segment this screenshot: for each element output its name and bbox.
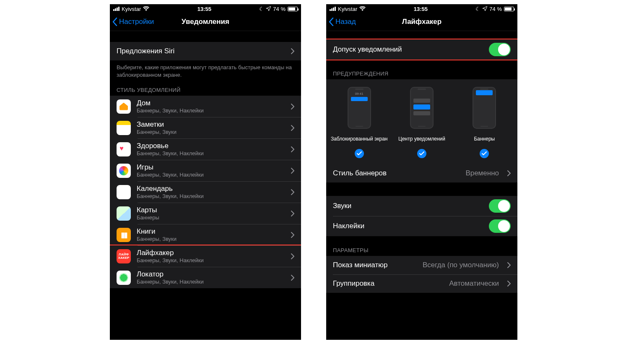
- nc-label: Центр уведомлений: [398, 133, 445, 145]
- app-icon: [117, 206, 131, 221]
- app-icon: [117, 228, 131, 242]
- battery-icon: [288, 7, 298, 11]
- options-header: ПАРАМЕТРЫ: [326, 236, 517, 256]
- lockscreen-label: Заблокированный экран: [331, 133, 388, 145]
- wifi-icon: [143, 6, 149, 12]
- allow-notifications-row[interactable]: Допуск уведомлений: [326, 39, 517, 60]
- app-name: Здоровье: [137, 142, 285, 150]
- banners-label: Баннеры: [474, 133, 495, 145]
- chevron-right-icon: [291, 232, 294, 238]
- badges-row[interactable]: Наклейки: [326, 216, 517, 236]
- signal-icon: [330, 7, 336, 11]
- back-button[interactable]: Назад: [326, 18, 356, 26]
- check-icon[interactable]: [417, 149, 426, 158]
- app-sub: Баннеры, Звуки, Наклейки: [137, 107, 285, 114]
- app-sub: Баннеры, Звуки, Наклейки: [137, 257, 285, 263]
- preview-lockscreen[interactable]: 09:41 Заблокированный экран: [328, 87, 390, 158]
- wifi-icon: [359, 6, 366, 12]
- sounds-row[interactable]: Звуки: [326, 196, 517, 216]
- app-row-локатор[interactable]: ЛокаторБаннеры, Звуки, Наклейки: [110, 267, 301, 288]
- app-sub: Баннеры, Звуки, Наклейки: [137, 193, 285, 199]
- chevron-right-icon: [507, 170, 511, 176]
- chevron-right-icon: [291, 253, 294, 259]
- siri-footer: Выберите, какие приложения могут предлаг…: [110, 60, 301, 81]
- siri-suggestions-row[interactable]: Предложения Siri: [110, 42, 301, 60]
- app-row-здоровье[interactable]: ЗдоровьеБаннеры, Звуки, Наклейки: [110, 138, 301, 160]
- chevron-right-icon: [291, 275, 294, 281]
- app-sub: Баннеры: [137, 214, 285, 221]
- chevron-right-icon: [507, 281, 511, 287]
- nav-bar: Назад Лайфхакер: [326, 13, 517, 31]
- app-row-дом[interactable]: ДомБаннеры, Звуки, Наклейки: [110, 96, 301, 117]
- phone-right: Kyivstar 13:55 ☾ 74 % Назад Лайфхакер До…: [326, 4, 517, 340]
- sounds-toggle[interactable]: [489, 199, 511, 213]
- banner-style-value: Временно: [465, 169, 499, 177]
- app-name: Лайфхакер: [137, 249, 285, 257]
- grouping-label: Группировка: [333, 279, 443, 288]
- badges-label: Наклейки: [333, 222, 483, 230]
- style-header: СТИЛЬ УВЕДОМЛЕНИЙ: [110, 81, 301, 96]
- battery-percent: 74 %: [273, 6, 286, 12]
- app-sub: Баннеры, Звуки: [137, 129, 285, 135]
- app-sub: Баннеры, Звуки: [137, 236, 285, 242]
- chevron-right-icon: [291, 104, 294, 109]
- battery-icon: [504, 7, 514, 11]
- app-row-заметки[interactable]: ЗаметкиБаннеры, Звуки: [110, 117, 301, 138]
- banner-style-row[interactable]: Стиль баннеров Временно: [326, 164, 517, 182]
- app-icon: [117, 99, 131, 114]
- chevron-right-icon: [291, 125, 294, 131]
- location-icon: [483, 6, 487, 12]
- app-row-лайфхакер[interactable]: ЛАЙФ ХАКЕРЛайфхакерБаннеры, Звуки, Накле…: [110, 245, 301, 267]
- app-icon: [117, 271, 131, 285]
- app-row-календарь[interactable]: КалендарьБаннеры, Звуки, Наклейки: [110, 181, 301, 203]
- status-bar: Kyivstar 13:55 ☾ 74 %: [110, 4, 301, 13]
- nav-bar: Настройки Уведомления: [110, 13, 301, 31]
- app-name: Дом: [137, 99, 285, 107]
- alert-style-previews: 09:41 Заблокированный экран Центр уведом…: [326, 79, 517, 164]
- back-label: Настройки: [119, 18, 154, 26]
- grouping-row[interactable]: Группировка Автоматически: [326, 274, 517, 293]
- battery-percent: 74 %: [489, 6, 502, 12]
- app-name: Книги: [137, 227, 285, 236]
- app-sub: Баннеры, Звуки, Наклейки: [137, 150, 285, 156]
- allow-notifications-toggle[interactable]: [489, 43, 511, 56]
- chevron-right-icon: [507, 262, 511, 268]
- moon-icon: ☾: [259, 6, 264, 12]
- signal-icon: [113, 7, 119, 11]
- status-bar: Kyivstar 13:55 ☾ 74 %: [326, 4, 517, 13]
- preview-notification-center[interactable]: Центр уведомлений: [391, 87, 453, 158]
- previews-value: Всегда (по умолчанию): [423, 261, 499, 269]
- previews-label: Показ миниатюр: [333, 261, 417, 269]
- back-label: Назад: [335, 18, 356, 26]
- app-icon: [117, 121, 131, 135]
- chevron-right-icon: [291, 168, 294, 174]
- preview-time: 09:41: [348, 92, 370, 96]
- allow-label: Допуск уведомлений: [333, 45, 483, 54]
- app-sub: Баннеры, Звуки, Наклейки: [137, 172, 285, 178]
- app-icon: ЛАЙФ ХАКЕР: [117, 249, 131, 263]
- status-time: 13:55: [414, 6, 428, 12]
- chevron-right-icon: [291, 211, 294, 216]
- moon-icon: ☾: [475, 6, 480, 12]
- check-icon[interactable]: [355, 149, 364, 158]
- status-time: 13:55: [197, 6, 211, 12]
- app-name: Игры: [137, 163, 285, 172]
- app-row-игры[interactable]: ИгрыБаннеры, Звуки, Наклейки: [110, 160, 301, 181]
- carrier-label: Kyivstar: [122, 6, 141, 12]
- grouping-value: Автоматически: [449, 279, 499, 288]
- badges-toggle[interactable]: [489, 219, 511, 233]
- carrier-label: Kyivstar: [338, 6, 357, 12]
- chevron-right-icon: [291, 146, 294, 152]
- app-row-карты[interactable]: КартыБаннеры: [110, 203, 301, 224]
- check-icon[interactable]: [480, 149, 489, 158]
- chevron-right-icon: [291, 48, 294, 54]
- app-row-книги[interactable]: КнигиБаннеры, Звуки: [110, 224, 301, 245]
- app-name: Локатор: [137, 270, 285, 279]
- sounds-label: Звуки: [333, 202, 483, 210]
- location-icon: [266, 6, 271, 12]
- show-previews-row[interactable]: Показ миниатюр Всегда (по умолчанию): [326, 256, 517, 274]
- app-name: Заметки: [137, 120, 285, 129]
- phone-left: Kyivstar 13:55 ☾ 74 % Настройки Уведомле…: [110, 4, 301, 340]
- back-button[interactable]: Настройки: [110, 18, 154, 26]
- preview-banners[interactable]: Баннеры: [453, 87, 515, 158]
